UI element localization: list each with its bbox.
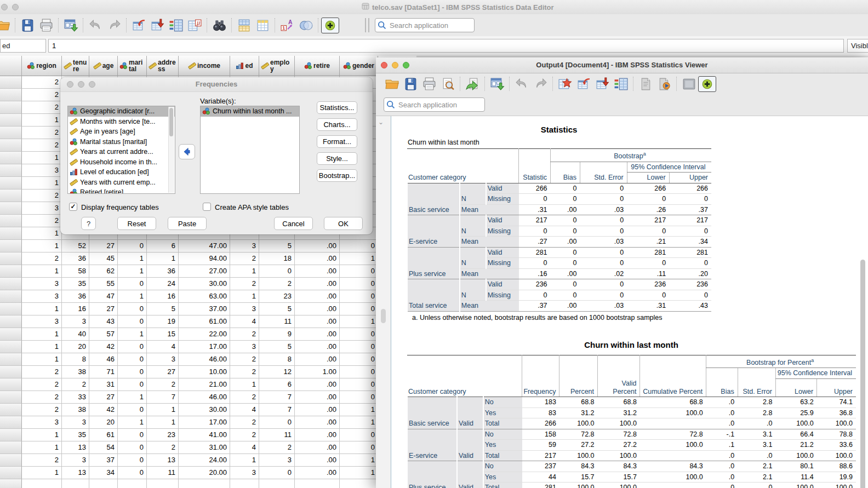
cell[interactable] <box>179 479 230 488</box>
cell[interactable]: 5 <box>259 341 295 353</box>
cell[interactable]: 1 <box>230 454 259 467</box>
cell[interactable]: 2 <box>22 89 62 101</box>
cell[interactable]: 0 <box>340 328 378 341</box>
cell[interactable] <box>62 479 89 488</box>
viewer-search-box[interactable] <box>384 97 485 112</box>
cell[interactable]: 3 <box>62 416 89 429</box>
save-file-icon[interactable] <box>401 76 420 92</box>
cell[interactable]: .00 <box>295 290 340 303</box>
cell[interactable]: .00 <box>295 353 340 366</box>
cell[interactable]: 2 <box>230 366 259 378</box>
cell[interactable]: 1 <box>340 454 378 467</box>
cell[interactable]: 42 <box>89 404 118 416</box>
row-header-cell[interactable] <box>0 328 22 341</box>
cell[interactable]: 0 <box>340 391 378 404</box>
cell[interactable]: .00 <box>295 416 340 429</box>
redo-icon[interactable] <box>531 76 550 92</box>
cell[interactable]: 0 <box>118 454 147 467</box>
viewer-titlebar[interactable]: Output4 [Document4] - IBM SPSS Statistic… <box>376 58 868 73</box>
script-doc-icon[interactable] <box>655 76 673 92</box>
row-header-cell[interactable] <box>0 265 22 278</box>
cell[interactable]: 1 <box>118 252 147 265</box>
cell[interactable]: 35 <box>62 278 89 290</box>
cell[interactable]: 1 <box>22 152 62 164</box>
print-file-icon[interactable] <box>420 76 438 92</box>
row-header-cell[interactable] <box>0 139 22 152</box>
cell[interactable]: 2 <box>147 378 179 391</box>
cell[interactable]: 6 <box>147 240 179 252</box>
cell[interactable]: 16 <box>147 290 179 303</box>
cell[interactable] <box>89 479 118 488</box>
cell[interactable] <box>340 479 378 488</box>
cell[interactable]: 1 <box>22 341 62 353</box>
variables-panel-icon[interactable] <box>612 76 630 92</box>
row-header-cell[interactable] <box>0 215 22 227</box>
column-header-address[interactable]: address <box>147 56 179 76</box>
cell[interactable]: 71 <box>89 366 118 378</box>
row-header-cell[interactable] <box>0 190 22 202</box>
print-preview-icon[interactable] <box>438 76 457 92</box>
undo-icon[interactable] <box>86 17 105 33</box>
source-variable-item[interactable]: Marital status [marital] <box>68 137 175 147</box>
cell[interactable]: 11 <box>147 467 179 479</box>
cell[interactable]: 3 <box>22 315 62 328</box>
cell[interactable]: 2 <box>22 366 62 378</box>
cell[interactable]: 11 <box>259 429 295 441</box>
source-variable-item[interactable]: Level of education [ed] <box>68 167 175 177</box>
cell[interactable]: 62 <box>89 265 118 278</box>
cell[interactable]: 1 <box>230 378 259 391</box>
column-header-income[interactable]: income <box>179 56 230 76</box>
cell[interactable]: 19 <box>147 315 179 328</box>
cell[interactable]: 1 <box>340 315 378 328</box>
source-variable-item[interactable]: Years with current emp... <box>68 177 175 188</box>
paste-button[interactable]: Paste <box>168 217 207 230</box>
cell[interactable]: .00 <box>295 467 340 479</box>
cell[interactable]: 1 <box>22 467 62 479</box>
cell[interactable]: 20 <box>62 341 89 353</box>
cell[interactable]: 0 <box>118 378 147 391</box>
row-header-cell[interactable] <box>0 353 22 366</box>
charts-button[interactable]: Charts... <box>317 118 357 131</box>
row-header-cell[interactable] <box>0 164 22 177</box>
cell[interactable] <box>259 479 295 488</box>
cell[interactable]: 0 <box>118 240 147 252</box>
outline-pane-collapsed[interactable]: ⌄ <box>376 116 391 488</box>
cell[interactable]: 61.00 <box>179 315 230 328</box>
cell[interactable]: 1 <box>230 290 259 303</box>
cell[interactable]: 2 <box>230 353 259 366</box>
cell[interactable]: 17.00 <box>179 341 230 353</box>
goto-case-icon[interactable] <box>129 17 148 33</box>
viewer-zoom-button[interactable] <box>403 62 409 68</box>
show-all-variables-icon[interactable] <box>698 76 716 92</box>
cell[interactable]: 8 <box>259 353 295 366</box>
row-header-cell[interactable] <box>0 404 22 416</box>
row-header-cell[interactable] <box>0 114 22 127</box>
row-header-cell[interactable] <box>0 467 22 479</box>
recall-dialogs-icon[interactable] <box>488 76 506 92</box>
format-button[interactable]: Format... <box>317 135 357 148</box>
cell[interactable]: 24.00 <box>179 454 230 467</box>
cell[interactable]: 2 <box>259 278 295 290</box>
select-cases-icon[interactable] <box>253 17 272 33</box>
dialog-close-button[interactable] <box>67 81 73 88</box>
cell[interactable] <box>230 479 259 488</box>
cell[interactable]: 3 <box>22 202 62 215</box>
cell[interactable]: 31.00 <box>179 441 230 454</box>
cell[interactable]: 23 <box>259 290 295 303</box>
print-file-icon[interactable] <box>37 17 55 33</box>
cell[interactable]: .00 <box>295 265 340 278</box>
row-header-cell[interactable] <box>0 89 22 101</box>
cell[interactable]: .00 <box>295 391 340 404</box>
cell[interactable]: 6 <box>259 378 295 391</box>
cell[interactable]: 4 <box>230 441 259 454</box>
cell[interactable]: 0 <box>340 265 378 278</box>
find-icon[interactable] <box>210 17 229 33</box>
cell[interactable]: 0 <box>118 341 147 353</box>
cell[interactable]: 38 <box>62 404 89 416</box>
cell[interactable]: 15 <box>147 328 179 341</box>
cell[interactable]: 38 <box>62 366 89 378</box>
row-header-cell[interactable] <box>0 76 22 89</box>
cell[interactable]: 1 <box>118 290 147 303</box>
cell[interactable]: 16 <box>62 303 89 315</box>
cell[interactable]: 47.00 <box>179 240 230 252</box>
